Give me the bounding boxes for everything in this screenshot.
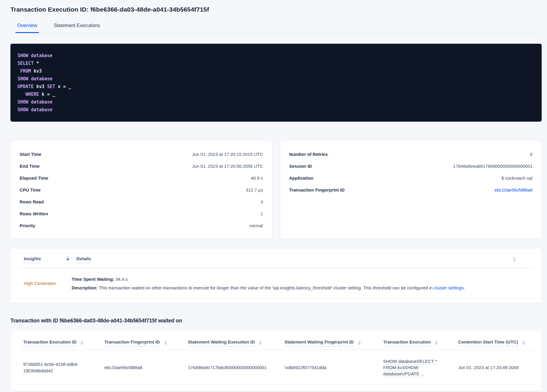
detail-label: Elapsed Time	[20, 175, 48, 181]
summary-cards: Start TimeJun 01, 2023 at 17:20:15:2015 …	[10, 140, 542, 239]
column-header-label[interactable]: Statement Waiting Execution ID	[188, 339, 255, 346]
column-header-label[interactable]: Transaction Execution ID	[23, 339, 76, 346]
sql-line: FROM kv3	[18, 67, 535, 75]
sort-arrows-icon	[259, 341, 262, 345]
column-header-label[interactable]: Statement Waiting Fingerprint ID	[284, 339, 354, 346]
detail-row: Rows Written1	[20, 208, 263, 219]
cell-statement-waiting-fingerprint-id: \xdb8922f077541dda	[284, 364, 383, 371]
cluster-settings-link[interactable]: cluster settings	[434, 285, 463, 290]
execution-details-card: Start TimeJun 01, 2023 at 17:20:15:2015 …	[10, 140, 272, 239]
detail-value: Jun 01, 2023 at 17:20:15:2015 UTC	[192, 152, 263, 157]
detail-row: Session ID17648a9eea60178000000000000000…	[289, 160, 533, 172]
detail-label: CPU Time	[20, 187, 41, 192]
sort-arrows-icon	[522, 341, 525, 345]
detail-value: normal	[249, 223, 263, 228]
detail-row: Transaction Fingerprint IDebc10ae56cfd88…	[289, 184, 533, 196]
column-header-label[interactable]: Transaction Execution	[383, 339, 431, 346]
transaction-execution-link[interactable]: SHOW databaseSELECT *FROM kv3SHOWdatabas…	[383, 358, 458, 377]
detail-label: Priority	[20, 223, 35, 228]
detail-row: Prioritynormal	[20, 219, 263, 231]
sql-line: SHOW database	[18, 75, 535, 83]
detail-value: Jun 01, 2023 at 17:20:56:2056 UTC	[192, 164, 263, 169]
detail-value: 17648a9eea6017800000000000000001	[453, 164, 532, 169]
sort-arrows-icon	[358, 341, 361, 345]
detail-value: 312.7 µs	[246, 187, 263, 192]
tab-overview[interactable]: Overview	[15, 21, 39, 33]
detail-row: CPU Time312.7 µs	[20, 184, 263, 196]
details-column-header[interactable]: Details	[76, 256, 91, 261]
column-header-contention-start-time-utc-[interactable]: Contention Start Time (UTC)	[458, 339, 533, 346]
detail-row: Start TimeJun 01, 2023 at 17:20:15:2015 …	[20, 148, 263, 160]
insight-details: Time Spent Waiting: 34.4 s Description: …	[72, 277, 533, 290]
insight-description: Description: This transaction waited on …	[72, 285, 533, 290]
detail-row: Application$ cockroach sql	[289, 172, 533, 184]
column-header-transaction-execution[interactable]: Transaction Execution	[383, 339, 458, 346]
detail-label: Transaction Fingerprint ID	[289, 187, 345, 192]
detail-row: End TimeJun 01, 2023 at 17:20:56:2056 UT…	[20, 160, 263, 172]
detail-label: End Time	[20, 164, 40, 169]
time-spent-waiting: Time Spent Waiting: 34.4 s	[72, 277, 533, 282]
insights-column-label[interactable]: Insights	[24, 256, 41, 263]
detail-value: 0	[530, 152, 532, 157]
detail-label: Rows Written	[20, 211, 48, 216]
cell-transaction-execution-id: 9738d051-bc0e-4158-a9b4-1903586ddd42	[23, 361, 104, 374]
details-column-label[interactable]: Details	[76, 256, 91, 263]
sort-arrows-icon	[435, 341, 438, 345]
detail-label: Number of Retries	[289, 152, 328, 157]
sql-line: SHOW database	[18, 106, 535, 114]
transaction-execution-link-line[interactable]: FROM kv3SHOW	[383, 364, 450, 371]
sort-arrows-icon	[66, 256, 69, 261]
insight-type-label: High Contention	[24, 281, 72, 286]
detail-value: 1	[260, 211, 263, 216]
column-header-label[interactable]: Transaction Fingerprint ID	[104, 339, 160, 346]
column-header-label[interactable]: Contention Start Time (UTC)	[458, 339, 518, 346]
cell-statement-waiting-execution-id: 176498a9c717bdc80000000000000001	[188, 364, 284, 371]
sort-arrows-icon	[164, 341, 167, 345]
detail-row: Rows Read3	[20, 196, 263, 208]
tab-statement-executions[interactable]: Statement Executions	[52, 21, 102, 33]
waited-on-table-card: Transaction Execution IDTransaction Fing…	[10, 330, 542, 391]
sql-statement-box: SHOW databaseSELECT * FROM kv3SHOW datab…	[10, 44, 542, 122]
insight-row: High Contention Time Spent Waiting: 34.4…	[19, 268, 533, 299]
column-header-statement-waiting-execution-id[interactable]: Statement Waiting Execution ID	[188, 339, 284, 346]
detail-label: Start Time	[20, 152, 41, 157]
column-header-transaction-execution-id[interactable]: Transaction Execution ID	[23, 339, 104, 346]
session-details-card: Number of Retries0Session ID17648a9eea60…	[280, 140, 542, 239]
sql-line: SHOW database	[18, 98, 535, 106]
detail-value: $ cockroach sql	[502, 175, 532, 181]
transaction-execution-link-line[interactable]: SHOW databaseSELECT *	[383, 358, 450, 364]
sql-line: UPDATE kv3 SET v = _	[18, 83, 535, 90]
detail-value: 3	[260, 199, 263, 204]
tab-bar: Overview Statement Executions	[10, 21, 542, 33]
transaction-execution-link-line[interactable]: databaseUPDATE ...	[383, 371, 450, 377]
insights-column-header[interactable]: Insights	[24, 256, 76, 263]
insights-table-card: Insights Details High Contention Time Sp…	[10, 248, 542, 303]
page-title: Transaction Execution ID: f6be6366-da03-…	[10, 6, 542, 13]
detail-label: Application	[289, 175, 314, 181]
cell-contention-start-time: Jun 01, 2023 at 17:20:49:2049	[458, 364, 533, 371]
sql-line: WHERE k = _	[18, 90, 535, 98]
sort-arrows-icon[interactable]	[513, 257, 516, 262]
detail-label: Session ID	[289, 164, 312, 169]
cell-transaction-fingerprint-id: ebc10ae56cfd88a8	[104, 364, 188, 371]
detail-value: 40.9 s	[251, 175, 263, 181]
detail-row: Elapsed Time40.9 s	[20, 172, 263, 184]
detail-row: Number of Retries0	[289, 148, 533, 160]
sort-arrows-icon	[81, 341, 84, 345]
column-header-transaction-fingerprint-id[interactable]: Transaction Fingerprint ID	[104, 339, 188, 346]
page-content: Transaction Execution ID: f6be6366-da03-…	[0, 6, 547, 391]
fingerprint-id-link[interactable]: ebc10ae56cfd88a8	[494, 187, 532, 192]
sql-line: SELECT *	[18, 59, 535, 67]
column-header-statement-waiting-fingerprint-id[interactable]: Statement Waiting Fingerprint ID	[284, 339, 383, 346]
waited-on-heading: Transaction with ID f6be6366-da03-48de-a…	[10, 318, 542, 324]
detail-label: Rows Read	[20, 199, 44, 204]
insights-table-header: Insights Details	[19, 248, 533, 263]
sql-line: SHOW database	[18, 52, 535, 59]
waited-on-table-row: 9738d051-bc0e-4158-a9b4-1903586ddd42 ebc…	[19, 350, 533, 385]
waited-on-table-header: Transaction Execution IDTransaction Fing…	[19, 330, 533, 346]
